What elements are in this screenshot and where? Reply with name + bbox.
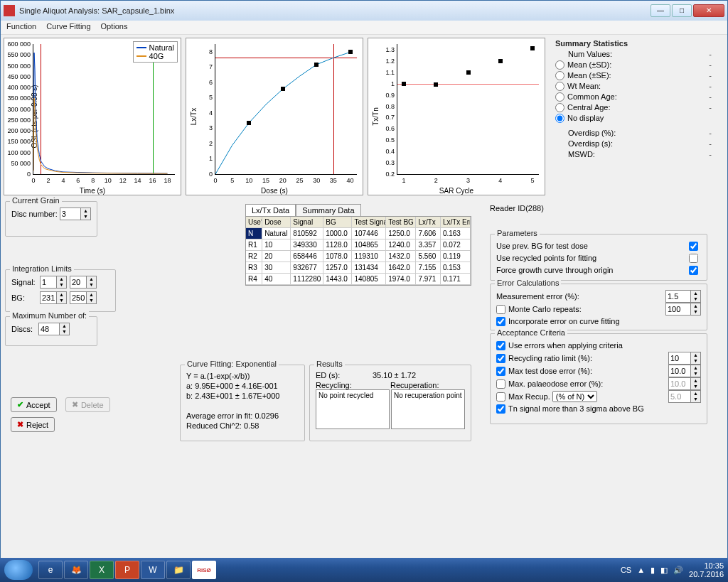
- max-recup-select[interactable]: (% of N): [552, 391, 597, 402]
- osl-decay-plot: OSL (cts per 0.08 s) Time (s) 050 000100…: [4, 38, 181, 195]
- minimize-button[interactable]: —: [651, 4, 670, 17]
- accept-button[interactable]: ✔Accept: [11, 397, 57, 412]
- table-row[interactable]: NNatural8105921000.01074461250.07.6060.1…: [246, 228, 471, 239]
- meas-err-stepper[interactable]: ▲▼: [690, 291, 700, 302]
- use-prev-bg-checkbox[interactable]: [689, 242, 698, 251]
- menu-curve-fitting[interactable]: Curve Fitting: [46, 22, 90, 33]
- table-row[interactable]: R2206584461078.01193101432.05.5600.119: [246, 251, 471, 262]
- summary-statistics-header: Summary Statistics: [555, 39, 712, 48]
- taskbar-riso-icon[interactable]: RISØ: [192, 561, 216, 579]
- start-button[interactable]: [4, 560, 33, 580]
- signal-b-input[interactable]: [70, 276, 86, 288]
- tray-clock[interactable]: 10:35 20.7.2016: [689, 561, 724, 578]
- taskbar-explorer-icon[interactable]: 📁: [166, 561, 191, 579]
- max-recup-input[interactable]: [669, 391, 690, 402]
- max-paleo-label: Max. palaeodose error (%):: [508, 378, 668, 390]
- mean-se-radio[interactable]: [555, 71, 564, 80]
- use-recycled-checkbox[interactable]: [689, 254, 698, 263]
- taskbar-excel-icon[interactable]: X: [90, 561, 114, 579]
- titlebar: Single Aliquot Analysis: SAR_capsule_1.b…: [1, 1, 727, 21]
- menu-function[interactable]: Function: [6, 22, 36, 33]
- tab-lxtx[interactable]: Lx/Tx Data: [245, 204, 296, 216]
- monte-stepper[interactable]: ▲▼: [690, 303, 700, 315]
- max-test-input[interactable]: [669, 365, 690, 377]
- common-age-radio[interactable]: [555, 92, 564, 102]
- use-errors-checkbox[interactable]: [496, 341, 505, 350]
- monte-carlo-checkbox[interactable]: [496, 305, 505, 314]
- plot1-legend: Natural 40G: [133, 41, 178, 63]
- cf-equation: Y = a.(1-exp(-x/b)): [186, 371, 299, 381]
- max-paleo-input[interactable]: [669, 378, 690, 389]
- integration-limits-label: Integration Limits: [10, 264, 74, 273]
- force-origin-checkbox[interactable]: [689, 266, 698, 275]
- bg-a-input[interactable]: [41, 292, 56, 303]
- central-age-radio[interactable]: [555, 103, 564, 112]
- discs-input[interactable]: [39, 323, 59, 335]
- maximize-button[interactable]: □: [672, 4, 692, 17]
- taskbar-firefox-icon[interactable]: 🦊: [64, 561, 88, 579]
- recycling-limit-input[interactable]: [669, 352, 690, 364]
- disc-number-stepper[interactable]: ▲▼: [80, 208, 90, 220]
- tab-summary[interactable]: Summary Data: [296, 204, 360, 216]
- overdisp-pct-label: Overdisp (%):: [555, 128, 697, 139]
- monte-input[interactable]: [666, 303, 690, 315]
- incorp-label: Incorporate error on curve fitting: [508, 316, 701, 328]
- tray-network-icon[interactable]: ◧: [660, 566, 668, 575]
- recuperation-label: Recuperation:: [390, 381, 465, 389]
- discs-stepper[interactable]: ▲▼: [59, 323, 69, 335]
- lxtx-table: Use?DoseSignalBGTest SignalTest BGLx/TxL…: [245, 216, 471, 286]
- menu-options[interactable]: Options: [101, 22, 128, 33]
- recycling-limit-checkbox[interactable]: [496, 354, 505, 363]
- tn-signal-checkbox[interactable]: [496, 404, 505, 414]
- incorp-error-checkbox[interactable]: [496, 317, 505, 326]
- overdisp-s-label: Overdisp (s):: [555, 139, 697, 149]
- monte-label: Monte Carlo repeats:: [508, 303, 665, 316]
- close-button[interactable]: ✕: [693, 4, 724, 17]
- table-row[interactable]: R3309326771257.01314341642.07.1550.153: [246, 262, 471, 274]
- curve-fitting-label: Curve Fitting: Exponential: [185, 360, 279, 368]
- delete-button[interactable]: ✖ Delete: [65, 397, 110, 412]
- menubar: Function Curve Fitting Options: [1, 21, 727, 35]
- wt-mean-label: Wt Mean:: [567, 81, 697, 92]
- reject-button[interactable]: ✖Reject: [11, 417, 55, 432]
- no-display-radio[interactable]: [555, 114, 564, 123]
- parameters-label: Parameters: [495, 229, 540, 237]
- taskbar: e 🦊 X P W 📁 RISØ CS ▲ ▮ ◧ 🔊 10:35 20.7.2…: [0, 558, 728, 582]
- signal-a-input[interactable]: [41, 276, 56, 288]
- use-errors-label: Use errors when applying criteria: [508, 340, 701, 352]
- tn-signal-label: Tn signal more than 3 sigma above BG: [508, 403, 701, 415]
- max-recup-label: Max Recup.: [508, 391, 550, 403]
- signal-a-stepper[interactable]: ▲▼: [56, 276, 66, 288]
- max-paleo-checkbox[interactable]: [496, 379, 505, 389]
- taskbar-ie-icon[interactable]: e: [38, 561, 63, 579]
- recycling-body: No point recycled: [316, 389, 390, 429]
- max-recup-checkbox[interactable]: [496, 392, 505, 402]
- summary-statistics-panel: Summary Statistics Num Values:- Mean (±S…: [550, 38, 717, 195]
- recycling-limit-label: Recycling ratio limit (%):: [508, 352, 668, 365]
- table-row[interactable]: R44011122801443.01408051974.07.9710.171: [246, 274, 471, 285]
- wt-mean-radio[interactable]: [555, 82, 564, 91]
- meas-err-input[interactable]: [666, 291, 690, 302]
- use-recycled-label: Use recycled points for fitting: [496, 252, 689, 264]
- check-icon: ✔: [17, 400, 23, 409]
- tray-lang[interactable]: CS: [621, 566, 631, 574]
- plot2-xlabel: Dose (s): [261, 187, 288, 195]
- mean-sd-radio[interactable]: [555, 60, 564, 70]
- num-values-value: -: [697, 49, 712, 60]
- tray-up-icon[interactable]: ▲: [637, 566, 645, 574]
- error-calc-label: Error Calculations: [495, 279, 561, 287]
- max-test-checkbox[interactable]: [496, 367, 505, 376]
- bg-b-stepper[interactable]: ▲▼: [86, 292, 96, 303]
- taskbar-powerpoint-icon[interactable]: P: [115, 561, 139, 579]
- bg-a-stepper[interactable]: ▲▼: [56, 292, 66, 303]
- signal-b-stepper[interactable]: ▲▼: [86, 276, 96, 288]
- taskbar-word-icon[interactable]: W: [141, 561, 165, 579]
- table-row[interactable]: R1103493301128.01048651240.03.3570.072: [246, 239, 471, 251]
- bg-b-input[interactable]: [70, 292, 86, 303]
- recycling-label: Recycling:: [316, 381, 390, 389]
- disc-number-input[interactable]: [60, 208, 80, 220]
- mean-se-label: Mean (±SE):: [567, 70, 697, 81]
- mswd-label: MSWD:: [555, 149, 697, 160]
- tray-volume-icon[interactable]: 🔊: [673, 566, 683, 575]
- tray-flag-icon[interactable]: ▮: [651, 566, 655, 575]
